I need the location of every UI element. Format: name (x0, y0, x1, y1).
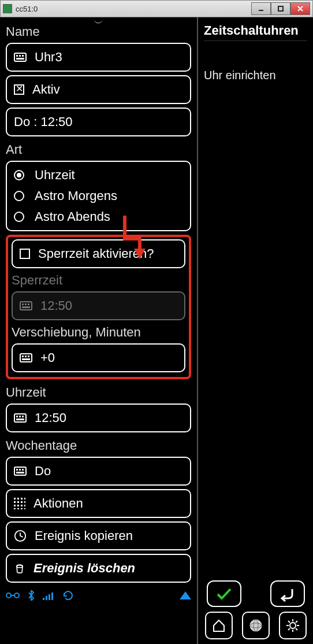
side-panel: Zeitschaltuhren Uhr einrichten (198, 17, 313, 644)
uhrzeit-input[interactable]: 12:50 (6, 404, 191, 432)
keyboard-icon (14, 53, 27, 62)
window-title: cc51:0 (16, 5, 248, 13)
copy-label: Ereignis kopieren (35, 528, 133, 543)
svg-line-23 (288, 621, 290, 623)
wochentage-input[interactable]: Do (6, 457, 191, 486)
expand-up-icon[interactable] (180, 591, 191, 599)
sperrzeit-activate-toggle[interactable]: Sperrzeit aktivieren? (12, 239, 185, 268)
maximize-button[interactable] (271, 2, 290, 15)
name-input[interactable]: Uhr3 (6, 43, 191, 72)
radio-label: Uhrzeit (35, 168, 75, 183)
window-titlebar: cc51:0 (0, 0, 313, 17)
svg-rect-11 (43, 598, 44, 600)
svg-rect-13 (49, 594, 50, 600)
svg-rect-1 (278, 6, 283, 11)
globe-icon (248, 617, 264, 634)
keyboard-icon (20, 301, 32, 310)
confirm-button[interactable] (207, 580, 241, 607)
delete-event-button[interactable]: Ereignis löschen (6, 554, 191, 583)
back-button[interactable] (270, 580, 305, 607)
panel-title: Zeitschaltuhren (204, 23, 307, 41)
trash-icon (14, 562, 25, 575)
copy-event-button[interactable]: Ereignis kopieren (6, 521, 191, 550)
sperrzeit-label: Sperrzeit (12, 273, 185, 288)
svg-rect-12 (46, 596, 47, 600)
status-bar (6, 586, 191, 602)
back-arrow-icon (280, 586, 296, 602)
radio-icon (14, 170, 24, 180)
close-button[interactable] (290, 2, 310, 15)
svg-line-26 (288, 628, 290, 630)
svg-line-6 (20, 536, 23, 537)
svg-rect-14 (51, 593, 53, 600)
radio-label: Astro Morgens (35, 188, 117, 203)
sperrzeit-activate-label: Sperrzeit aktivieren? (38, 246, 154, 261)
summary-value: Do : 12:50 (14, 114, 73, 129)
radio-icon (14, 191, 24, 201)
check-icon (215, 587, 233, 601)
wochentage-value: Do (35, 464, 51, 479)
verschiebung-label: Verschiebung, Minuten (12, 325, 185, 340)
main-panel: ︶ Name Uhr3 ✕ Aktiv Do : 12:50 Art Uhrze… (0, 17, 198, 644)
svg-point-9 (14, 593, 19, 598)
panel-subtitle: Uhr einrichten (204, 69, 307, 82)
signal-icon (43, 591, 55, 600)
aktionen-label: Aktionen (33, 496, 83, 511)
delete-label: Ereignis löschen (33, 561, 135, 576)
radio-astro-abends[interactable]: Astro Abends (14, 207, 183, 227)
svg-line-25 (296, 621, 297, 623)
uhrzeit-label: Uhrzeit (6, 385, 191, 400)
name-value: Uhr3 (35, 50, 62, 65)
home-icon (211, 618, 226, 633)
checkbox-empty-icon (20, 249, 30, 259)
globe-button[interactable] (242, 612, 270, 639)
keyboard-icon (14, 413, 27, 423)
verschiebung-input[interactable]: +0 (12, 343, 185, 372)
art-radiogroup: Uhrzeit Astro Morgens Astro Abends (6, 161, 191, 231)
bluetooth-icon (27, 590, 36, 601)
art-label: Art (6, 142, 191, 157)
grid-icon (14, 498, 25, 509)
minimize-button[interactable] (251, 2, 271, 15)
clock-icon (14, 530, 27, 542)
app-icon (3, 4, 12, 13)
wochentage-label: Wochentage (6, 438, 191, 453)
pull-handle-icon: ︶ (94, 16, 104, 30)
summary-field[interactable]: Do : 12:50 (6, 108, 191, 136)
svg-point-8 (6, 593, 11, 598)
checkbox-checked-icon: ✕ (14, 84, 24, 95)
active-label: Aktiv (32, 82, 60, 97)
verschiebung-value: +0 (40, 350, 55, 365)
radio-label: Astro Abends (35, 209, 110, 224)
keyboard-icon (20, 353, 32, 362)
keyboard-icon (14, 467, 27, 476)
aktionen-button[interactable]: Aktionen (6, 489, 191, 518)
refresh-icon (62, 590, 74, 601)
highlighted-section: Sperrzeit aktivieren? Sperrzeit 12:50 Ve… (6, 235, 191, 379)
gear-icon (285, 618, 300, 633)
uhrzeit-value: 12:50 (35, 410, 66, 425)
svg-point-18 (290, 623, 296, 628)
svg-point-15 (250, 620, 262, 631)
active-toggle[interactable]: ✕ Aktiv (6, 75, 191, 104)
link-icon (6, 591, 20, 600)
sperrzeit-input[interactable]: 12:50 (12, 291, 185, 320)
home-button[interactable] (205, 612, 233, 639)
svg-line-24 (296, 628, 297, 630)
svg-point-7 (17, 565, 23, 568)
settings-button[interactable] (279, 612, 307, 639)
radio-astro-morgens[interactable]: Astro Morgens (14, 186, 183, 206)
sperrzeit-value: 12:50 (40, 298, 72, 313)
radio-icon (14, 212, 24, 222)
radio-uhrzeit[interactable]: Uhrzeit (14, 165, 183, 185)
